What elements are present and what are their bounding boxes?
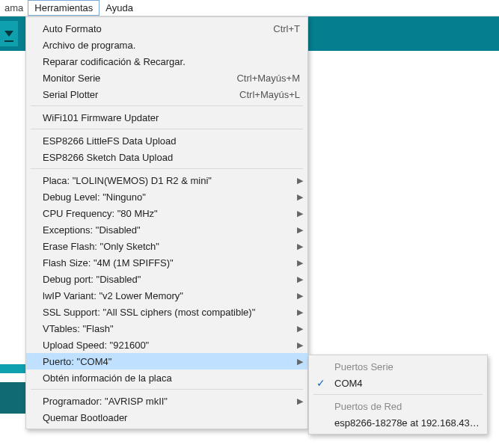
menu-tools[interactable]: Herramientas [28,0,100,16]
chevron-right-icon: ▶ [297,192,303,202]
menubar-truncated: ama [0,0,28,16]
chevron-right-icon: ▶ [297,274,303,284]
menu-item[interactable]: CPU Frequency: "80 MHz"▶ [26,205,307,221]
menu-item-label: Programador: "AVRISP mkII" [43,396,300,407]
menu-item-label: Placa: "LOLIN(WEMOS) D1 R2 & mini" [43,175,300,186]
submenu-item-label: COM4 [334,378,480,389]
menu-item[interactable]: Puerto: "COM4"▶ [26,353,307,369]
menu-item[interactable]: Upload Speed: "921600"▶ [26,337,307,353]
submenu-header-serial: Puertos Serie [309,358,487,375]
menu-item-label: SSL Support: "All SSL ciphers (most comp… [43,307,300,318]
menu-item-accel: Ctrl+Mayús+M [221,73,300,84]
port-submenu: Puertos Serie ✓ COM4 Puertos de Red esp8… [308,355,488,435]
menu-item[interactable]: Flash Size: "4M (1M SPIFFS)"▶ [26,254,307,271]
menu-item-label: lwIP Variant: "v2 Lower Memory" [43,290,300,301]
menu-item-label: Serial Plotter [43,89,224,100]
chevron-right-icon: ▶ [297,291,303,301]
menu-item-label: Erase Flash: "Only Sketch" [43,241,300,252]
menu-item-label: Archivo de programa. [43,40,300,51]
menu-item[interactable]: Programador: "AVRISP mkII"▶ [26,393,307,409]
separator [31,105,303,106]
menu-item[interactable]: ESP8266 LittleFS Data Upload [26,132,307,149]
menu-item[interactable]: lwIP Variant: "v2 Lower Memory"▶ [26,287,307,304]
menu-item-label: Upload Speed: "921600" [43,340,300,351]
chevron-right-icon: ▶ [297,176,303,185]
menu-item-label: WiFi101 Firmware Updater [43,112,300,123]
menu-item[interactable]: VTables: "Flash"▶ [26,320,307,337]
menu-item-label: VTables: "Flash" [43,323,300,334]
menu-item[interactable]: ESP8266 Sketch Data Upload [26,149,307,165]
separator [31,129,303,129]
separator [313,394,483,395]
submenu-item-label: esp8266-18278e at 192.168.43.237 [334,417,480,429]
menu-item-label: Flash Size: "4M (1M SPIFFS)" [43,257,300,269]
menu-help[interactable]: Ayuda [100,0,139,16]
menu-item[interactable]: Serial PlotterCtrl+Mayús+L [26,86,307,102]
download-icon [4,31,13,37]
menu-item-label: Monitor Serie [43,73,221,84]
menu-item[interactable]: Erase Flash: "Only Sketch"▶ [26,238,307,254]
separator [31,168,303,169]
menu-item[interactable]: Monitor SerieCtrl+Mayús+M [26,70,307,86]
menu-item[interactable]: SSL Support: "All SSL ciphers (most comp… [26,304,307,320]
chevron-right-icon: ▶ [297,357,303,366]
chevron-right-icon: ▶ [297,225,303,235]
separator [31,389,303,390]
menu-item-label: Auto Formato [43,23,258,34]
chevron-right-icon: ▶ [297,258,303,268]
chevron-right-icon: ▶ [297,396,303,406]
upload-button[interactable] [0,21,18,46]
menu-item-label: Obtén información de la placa [43,372,300,384]
menu-item-accel: Ctrl+T [258,23,300,34]
tools-dropdown: Auto FormatoCtrl+TArchivo de programa.Re… [25,16,308,429]
chevron-right-icon: ▶ [297,242,303,251]
menu-item-label: ESP8266 Sketch Data Upload [43,152,300,163]
status-strip [0,382,25,414]
submenu-header-network: Puertos de Red [309,398,487,414]
chevron-right-icon: ▶ [297,307,303,317]
chevron-right-icon: ▶ [297,340,303,350]
menu-item[interactable]: Exceptions: "Disabled"▶ [26,221,307,238]
gutter-strip [0,364,25,373]
submenu-item-com4[interactable]: ✓ COM4 [309,375,487,391]
menu-item-label: Quemar Bootloader [43,412,300,423]
check-icon: ✓ [316,377,325,389]
menu-item[interactable]: Auto FormatoCtrl+T [26,20,307,37]
menu-item-label: Puerto: "COM4" [43,356,300,367]
menubar: ama Herramientas Ayuda [0,0,499,16]
menu-item-label: Debug port: "Disabled" [43,274,300,285]
submenu-item-network[interactable]: esp8266-18278e at 192.168.43.237 [309,414,487,431]
chevron-right-icon: ▶ [297,209,303,218]
menu-item[interactable]: Reparar codificación & Recargar. [26,53,307,70]
menu-item-accel: Ctrl+Mayús+L [224,89,300,100]
menu-item-label: Exceptions: "Disabled" [43,224,300,236]
chevron-right-icon: ▶ [297,324,303,334]
menu-item-label: CPU Frequency: "80 MHz" [43,208,300,219]
menu-item[interactable]: Obtén información de la placa [26,369,307,386]
menu-item[interactable]: Debug Level: "Ninguno"▶ [26,188,307,205]
menu-item[interactable]: Placa: "LOLIN(WEMOS) D1 R2 & mini"▶ [26,172,307,188]
menu-item[interactable]: WiFi101 Firmware Updater [26,109,307,126]
menu-item[interactable]: Archivo de programa. [26,37,307,53]
menu-item[interactable]: Quemar Bootloader [26,409,307,426]
menu-item-label: Debug Level: "Ninguno" [43,191,300,203]
menu-item[interactable]: Debug port: "Disabled"▶ [26,271,307,287]
menu-item-label: ESP8266 LittleFS Data Upload [43,135,300,147]
menu-item-label: Reparar codificación & Recargar. [43,56,300,67]
